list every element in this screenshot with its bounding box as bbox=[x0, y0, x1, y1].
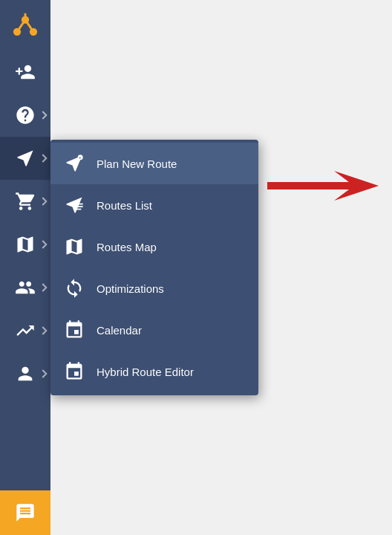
calendar-label: Calendar bbox=[97, 324, 142, 337]
calendar-icon bbox=[62, 318, 86, 342]
dropdown-item-optimizations[interactable]: Optimizations bbox=[50, 268, 258, 309]
sidebar-item-help[interactable] bbox=[0, 94, 50, 137]
sidebar bbox=[0, 0, 50, 535]
routes-map-label: Routes Map bbox=[97, 241, 157, 253]
plan-new-route-icon: + bbox=[62, 152, 86, 175]
svg-line-4 bbox=[25, 20, 33, 32]
svg-rect-12 bbox=[73, 370, 76, 372]
sidebar-item-location[interactable] bbox=[0, 223, 50, 266]
sidebar-item-cart[interactable] bbox=[0, 180, 50, 223]
optimizations-label: Optimizations bbox=[97, 282, 164, 295]
svg-text:+: + bbox=[79, 156, 81, 160]
sidebar-item-settings-user[interactable] bbox=[0, 352, 50, 395]
svg-rect-9 bbox=[76, 206, 82, 207]
dropdown-item-plan-new-route[interactable]: + Plan New Route bbox=[50, 143, 258, 184]
svg-line-3 bbox=[17, 20, 25, 32]
sidebar-item-team[interactable] bbox=[0, 266, 50, 309]
dropdown-item-routes-list[interactable]: Routes List bbox=[50, 184, 258, 226]
routes-list-icon bbox=[62, 193, 86, 217]
hybrid-route-editor-icon bbox=[62, 360, 86, 383]
dropdown-item-hybrid-route-editor[interactable]: Hybrid Route Editor bbox=[50, 351, 258, 392]
dropdown-item-routes-map[interactable]: Routes Map bbox=[50, 226, 258, 268]
plan-new-route-label: Plan New Route bbox=[97, 158, 177, 170]
optimizations-icon bbox=[62, 276, 86, 300]
routes-dropdown-menu: + Plan New Route Routes List Routes Map bbox=[50, 140, 258, 395]
sidebar-logo[interactable] bbox=[0, 0, 50, 51]
routes-map-icon bbox=[62, 235, 86, 259]
arrow-indicator bbox=[267, 167, 379, 207]
sidebar-item-analytics[interactable] bbox=[0, 309, 50, 352]
dropdown-item-calendar[interactable]: Calendar bbox=[50, 309, 258, 351]
svg-rect-10 bbox=[76, 209, 81, 210]
svg-rect-8 bbox=[76, 204, 82, 205]
svg-marker-13 bbox=[267, 171, 379, 201]
sidebar-chat-button[interactable] bbox=[0, 490, 50, 535]
sidebar-item-routes[interactable] bbox=[0, 137, 50, 180]
routes-list-label: Routes List bbox=[97, 199, 152, 212]
sidebar-item-add-user[interactable] bbox=[0, 51, 50, 94]
svg-rect-11 bbox=[69, 370, 72, 372]
hybrid-route-editor-label: Hybrid Route Editor bbox=[97, 366, 194, 378]
